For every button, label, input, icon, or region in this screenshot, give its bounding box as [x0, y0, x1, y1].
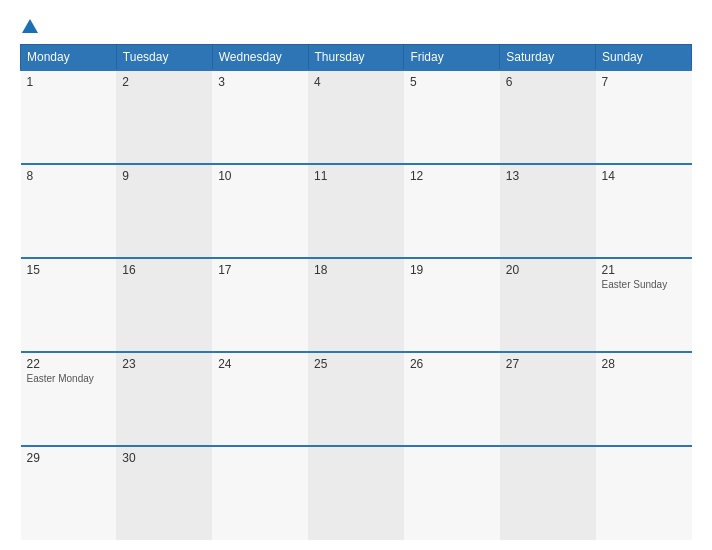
calendar-week-row: 891011121314 — [21, 164, 692, 258]
calendar-day-cell: 24 — [212, 352, 308, 446]
page: Monday Tuesday Wednesday Thursday Friday… — [0, 0, 712, 550]
calendar-day-cell — [596, 446, 692, 540]
day-number: 10 — [218, 169, 302, 183]
day-number: 22 — [27, 357, 111, 371]
calendar-day-cell: 6 — [500, 70, 596, 164]
day-number: 18 — [314, 263, 398, 277]
day-number: 13 — [506, 169, 590, 183]
calendar-day-cell: 9 — [116, 164, 212, 258]
header-tuesday: Tuesday — [116, 45, 212, 71]
day-number: 3 — [218, 75, 302, 89]
day-number: 25 — [314, 357, 398, 371]
day-number: 23 — [122, 357, 206, 371]
calendar-day-cell: 28 — [596, 352, 692, 446]
logo-triangle-icon — [22, 19, 38, 33]
calendar-day-cell: 2 — [116, 70, 212, 164]
day-number: 8 — [27, 169, 111, 183]
day-number: 11 — [314, 169, 398, 183]
calendar-day-cell — [404, 446, 500, 540]
calendar-day-cell: 22Easter Monday — [21, 352, 117, 446]
day-number: 7 — [602, 75, 686, 89]
calendar-day-cell: 16 — [116, 258, 212, 352]
calendar-day-cell — [500, 446, 596, 540]
calendar-day-cell: 10 — [212, 164, 308, 258]
day-number: 21 — [602, 263, 686, 277]
header-monday: Monday — [21, 45, 117, 71]
day-number: 15 — [27, 263, 111, 277]
day-number: 28 — [602, 357, 686, 371]
calendar-week-row: 22Easter Monday232425262728 — [21, 352, 692, 446]
day-number: 24 — [218, 357, 302, 371]
day-number: 19 — [410, 263, 494, 277]
header-saturday: Saturday — [500, 45, 596, 71]
logo — [20, 16, 38, 34]
calendar-day-cell: 14 — [596, 164, 692, 258]
calendar-day-cell: 13 — [500, 164, 596, 258]
calendar-day-cell: 19 — [404, 258, 500, 352]
calendar-day-cell: 4 — [308, 70, 404, 164]
day-number: 5 — [410, 75, 494, 89]
day-number: 16 — [122, 263, 206, 277]
calendar-day-cell: 27 — [500, 352, 596, 446]
calendar-day-cell — [308, 446, 404, 540]
header-sunday: Sunday — [596, 45, 692, 71]
calendar-day-cell: 20 — [500, 258, 596, 352]
calendar-day-cell: 25 — [308, 352, 404, 446]
day-number: 26 — [410, 357, 494, 371]
header — [20, 16, 692, 34]
calendar-day-cell — [212, 446, 308, 540]
weekday-header-row: Monday Tuesday Wednesday Thursday Friday… — [21, 45, 692, 71]
holiday-label: Easter Monday — [27, 373, 111, 384]
calendar-day-cell: 11 — [308, 164, 404, 258]
day-number: 14 — [602, 169, 686, 183]
calendar-day-cell: 12 — [404, 164, 500, 258]
calendar-day-cell: 30 — [116, 446, 212, 540]
calendar-day-cell: 21Easter Sunday — [596, 258, 692, 352]
calendar-week-row: 15161718192021Easter Sunday — [21, 258, 692, 352]
day-number: 2 — [122, 75, 206, 89]
calendar-day-cell: 29 — [21, 446, 117, 540]
header-thursday: Thursday — [308, 45, 404, 71]
header-wednesday: Wednesday — [212, 45, 308, 71]
day-number: 4 — [314, 75, 398, 89]
calendar-table: Monday Tuesday Wednesday Thursday Friday… — [20, 44, 692, 540]
calendar-body: 123456789101112131415161718192021Easter … — [21, 70, 692, 540]
day-number: 1 — [27, 75, 111, 89]
calendar-day-cell: 26 — [404, 352, 500, 446]
day-number: 12 — [410, 169, 494, 183]
day-number: 9 — [122, 169, 206, 183]
header-friday: Friday — [404, 45, 500, 71]
holiday-label: Easter Sunday — [602, 279, 686, 290]
calendar-day-cell: 17 — [212, 258, 308, 352]
logo-text — [20, 16, 38, 34]
calendar-day-cell: 7 — [596, 70, 692, 164]
day-number: 20 — [506, 263, 590, 277]
day-number: 27 — [506, 357, 590, 371]
calendar-day-cell: 3 — [212, 70, 308, 164]
calendar-header: Monday Tuesday Wednesday Thursday Friday… — [21, 45, 692, 71]
calendar-day-cell: 1 — [21, 70, 117, 164]
calendar-day-cell: 23 — [116, 352, 212, 446]
calendar-day-cell: 18 — [308, 258, 404, 352]
calendar-day-cell: 15 — [21, 258, 117, 352]
calendar-week-row: 1234567 — [21, 70, 692, 164]
calendar-day-cell: 8 — [21, 164, 117, 258]
day-number: 17 — [218, 263, 302, 277]
day-number: 29 — [27, 451, 111, 465]
day-number: 30 — [122, 451, 206, 465]
calendar-day-cell: 5 — [404, 70, 500, 164]
calendar-week-row: 2930 — [21, 446, 692, 540]
day-number: 6 — [506, 75, 590, 89]
